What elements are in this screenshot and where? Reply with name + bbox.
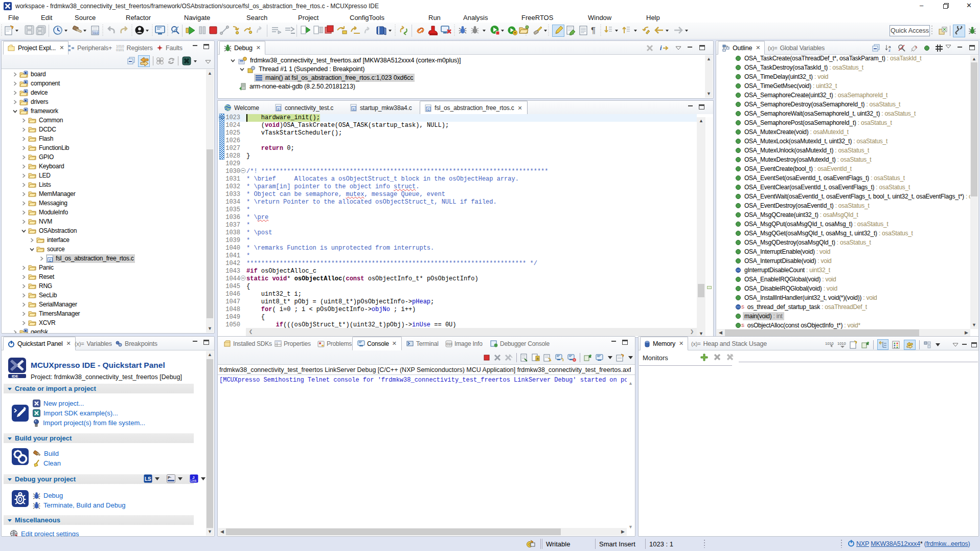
svg-text:¶: ¶: [591, 26, 596, 35]
svg-text:c: c: [278, 106, 280, 111]
svg-text:LS: LS: [145, 476, 151, 482]
svg-text:c: c: [353, 106, 355, 111]
svg-text:P·: P·: [168, 475, 172, 480]
svg-text:c: c: [427, 107, 429, 112]
svg-text:1010: 1010: [837, 341, 846, 346]
svg-text:i: i: [660, 45, 662, 52]
svg-text:IDE: IDE: [12, 374, 18, 378]
svg-text:a: a: [537, 357, 539, 360]
svg-text:010: 010: [93, 31, 99, 34]
svg-text:010: 010: [446, 342, 452, 346]
svg-text:z: z: [888, 48, 891, 52]
svg-text:s: s: [915, 45, 917, 49]
svg-text:1010: 1010: [825, 341, 834, 346]
svg-text:Link: Link: [191, 479, 197, 482]
